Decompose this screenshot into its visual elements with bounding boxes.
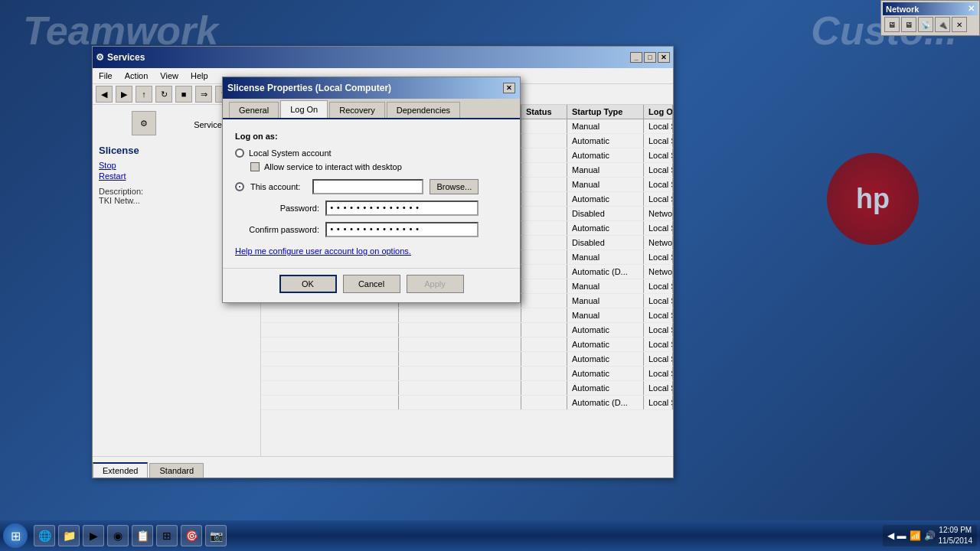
menu-help[interactable]: Help [188, 70, 211, 82]
taskbar: ⊞ 🌐 📁 ▶ ◉ 📋 ⊞ 🎯 📷 ◀ ▬ 📶 🔊 12:09 PM 11/5/… [0, 520, 980, 551]
row-status [521, 250, 567, 264]
network-icon-4[interactable]: 🔌 [935, 17, 950, 32]
tab-logon[interactable]: Log On [280, 100, 328, 118]
network-icon-2[interactable]: 🖥 [901, 17, 916, 32]
row-desc [399, 352, 521, 366]
tab-extended[interactable]: Extended [93, 462, 148, 478]
app4-icon: 📷 [209, 529, 223, 543]
row-logon: Local Syste... [644, 163, 673, 177]
checkbox-interact-row: Allow service to interact with desktop [250, 162, 508, 171]
desc-label: Description: [99, 187, 143, 196]
row-logon: Local Syste... [644, 367, 673, 380]
row-startup: Automatic [567, 381, 644, 395]
row-startup: Automatic (D... [567, 265, 644, 279]
slicense-dialog: Slicense Properties (Local Computer) ✕ G… [222, 77, 521, 303]
network-icon-1[interactable]: 🖥 [884, 17, 900, 32]
checkbox-interact-label: Allow service to interact with desktop [264, 162, 402, 171]
ie-icon: 🌐 [38, 529, 51, 543]
row-name [261, 323, 399, 337]
cancel-button[interactable]: Cancel [343, 275, 400, 293]
apply-button[interactable]: Apply [407, 275, 464, 293]
table-row[interactable]: Automatic Local Syste... [261, 367, 673, 381]
ok-button[interactable]: OK [279, 275, 337, 293]
taskbar-app1[interactable]: 📋 [132, 525, 153, 546]
back-button[interactable]: ◀ [96, 86, 113, 103]
forward-button[interactable]: ▶ [116, 86, 132, 103]
taskbar-app2[interactable]: ⊞ [156, 525, 178, 546]
tab-general[interactable]: General [229, 102, 279, 118]
row-logon: Network S... [644, 207, 673, 220]
table-row[interactable]: Automatic (D... Local Service [261, 396, 673, 410]
account-input[interactable] [312, 179, 423, 194]
col-startup: Startup Type [567, 105, 644, 119]
row-status [521, 119, 567, 133]
row-name [261, 396, 399, 409]
tab-recovery[interactable]: Recovery [329, 102, 384, 118]
network-close-icon[interactable]: ✕ [968, 4, 975, 14]
row-desc [399, 323, 521, 337]
hp-logo: hp [827, 153, 919, 245]
services-titlebar: ⚙ Services _ □ ✕ [93, 47, 673, 68]
network-toolbar-icons: 🖥 🖥 📡 🔌 ✕ [883, 15, 978, 34]
minimize-button[interactable]: _ [630, 52, 642, 63]
radio-local-system-row: Local System account [235, 148, 508, 158]
tab-standard[interactable]: Standard [149, 463, 204, 478]
refresh-button[interactable]: ↻ [155, 86, 172, 103]
table-row[interactable]: Automatic Local Syste... [261, 323, 673, 337]
network-icon-3[interactable]: 📡 [918, 17, 933, 32]
up-button[interactable]: ↑ [136, 86, 152, 103]
menu-file[interactable]: File [96, 70, 116, 82]
close-button[interactable]: ✕ [658, 52, 670, 63]
taskbar-app4[interactable]: 📷 [205, 525, 227, 546]
tray-expand-icon[interactable]: ◀ [887, 530, 894, 541]
network-icon-5[interactable]: ✕ [952, 17, 967, 32]
row-status [521, 396, 567, 409]
maximize-button[interactable]: □ [644, 52, 656, 63]
row-startup: Automatic [567, 221, 644, 235]
row-status [521, 148, 567, 162]
taskbar-explorer[interactable]: 📁 [58, 525, 80, 546]
row-desc [399, 381, 521, 395]
menu-view[interactable]: View [157, 70, 181, 82]
table-row[interactable]: Automatic Local Syste... [261, 352, 673, 367]
row-startup: Automatic (D... [567, 396, 644, 409]
password-input[interactable] [325, 201, 479, 216]
tray-sound-icon: 🔊 [924, 530, 936, 541]
taskbar-app3[interactable]: 🎯 [181, 525, 202, 546]
row-status [521, 134, 567, 148]
dialog-body: Log on as: Local System account Allow se… [223, 119, 520, 268]
stop-button[interactable]: ■ [175, 86, 192, 103]
menu-action[interactable]: Action [122, 70, 152, 82]
taskbar-media[interactable]: ▶ [83, 525, 104, 546]
taskbar-chrome[interactable]: ◉ [107, 525, 129, 546]
clock-time: 12:09 PM [939, 525, 973, 536]
row-name [261, 352, 399, 366]
dialog-close-button[interactable]: ✕ [503, 83, 515, 93]
table-row[interactable]: Automatic Local Syste... [261, 381, 673, 396]
password-row: Password: [235, 201, 508, 216]
row-status [521, 323, 567, 337]
dialog-footer: OK Cancel Apply [223, 268, 520, 302]
system-tray: ◀ ▬ 📶 🔊 12:09 PM 11/5/2014 [883, 525, 978, 546]
tab-dependencies[interactable]: Dependencies [387, 102, 460, 118]
table-row[interactable]: Manual Local Service [261, 308, 673, 323]
row-logon: Local Syste... [644, 337, 673, 351]
taskbar-ie[interactable]: 🌐 [34, 525, 55, 546]
start-button[interactable]: ⊞ [3, 523, 28, 548]
table-row[interactable]: Automatic Local Syste... [261, 337, 673, 352]
row-startup: Automatic [567, 367, 644, 380]
row-name [261, 337, 399, 351]
help-link[interactable]: Help me configure user account log on op… [235, 246, 508, 256]
checkbox-interact[interactable] [250, 162, 260, 171]
export-button[interactable]: ⇒ [195, 86, 212, 103]
row-logon: Local Service [644, 178, 673, 191]
browse-button[interactable]: Browse... [430, 179, 479, 194]
confirm-input[interactable] [325, 222, 479, 237]
radio-local-system[interactable] [235, 148, 244, 158]
radio-this-account[interactable] [235, 182, 244, 191]
row-startup: Automatic [567, 337, 644, 351]
row-desc [399, 337, 521, 351]
row-logon: Local Service [644, 308, 673, 322]
row-name [261, 308, 399, 322]
clock-date: 11/5/2014 [939, 536, 973, 546]
